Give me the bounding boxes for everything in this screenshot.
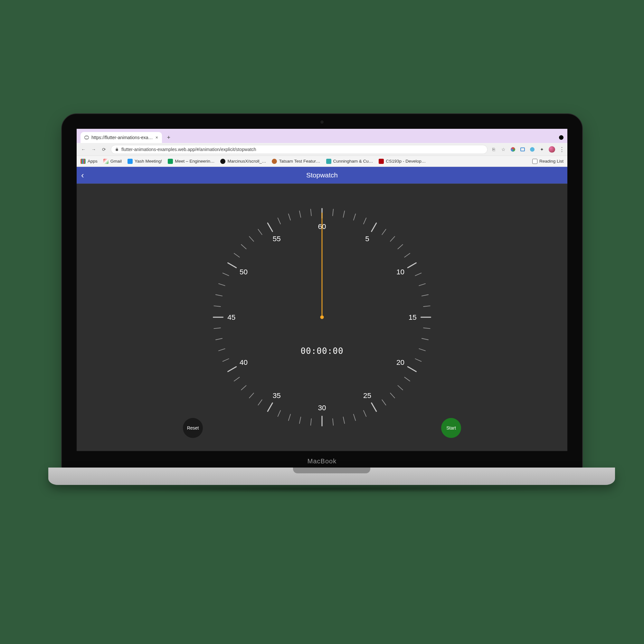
bookmark-tatsam[interactable]: Tatsam Test Featur… [272,159,320,164]
minor-tick [404,253,410,257]
minor-tick [354,214,355,220]
laptop-lid: https://flutter-animations-exa… × + ← → … [61,113,583,471]
major-tick [268,403,272,411]
clock-number: 30 [318,404,326,412]
minor-tick [216,338,222,340]
major-tick [372,403,376,411]
major-tick [372,223,376,232]
major-tick [408,367,416,372]
minor-tick [423,328,430,328]
reading-list-icon [532,159,537,164]
ext-blue-icon[interactable] [529,147,535,152]
url-text: flutter-animations-examples.web.app/#/an… [121,147,256,152]
new-tab-button[interactable]: + [165,133,173,142]
chrome-tabbar: https://flutter-animations-exa… × + [77,129,567,143]
shadow [48,485,596,493]
github-icon [220,159,225,164]
bookmark-marcinus[interactable]: MarcinusX/scroll_… [220,159,266,164]
clock-number: 5 [365,235,369,243]
minor-tick [234,377,240,381]
reset-button[interactable]: Reset [183,418,203,438]
minor-tick [333,209,333,216]
ext-color-icon[interactable] [510,147,516,152]
minor-tick [415,273,421,276]
minor-tick [343,211,345,217]
minor-tick [216,295,222,296]
minor-tick [299,211,301,217]
extensions-icon[interactable]: ✦ [539,147,545,152]
minor-tick [214,328,221,328]
minor-tick [299,417,301,423]
bookmark-meet[interactable]: Meet – Engineerin… [168,159,214,164]
major-tick [408,263,416,268]
stopwatch-body: 51015202530354045505560 00:00:00 Reset S… [77,184,567,451]
macbook-label: MacBook [308,458,336,465]
minor-tick [364,411,366,417]
gmail-icon [103,159,109,164]
cunningham-icon [326,159,331,164]
app-bar: ‹ Stopwatch [77,167,567,184]
stanford-icon [379,159,384,164]
minor-tick [422,295,428,296]
tab-title: https://flutter-animations-exa… [91,135,153,140]
laptop-deck [48,468,615,485]
clock-number: 25 [363,392,371,400]
minor-tick [249,236,254,241]
bookmarks-bar: Apps Gmail Yash Meeting! Meet – Eng [77,156,567,167]
forward-button[interactable]: → [90,147,97,152]
reload-button[interactable]: ⟳ [100,147,108,152]
profile-avatar[interactable] [549,146,555,153]
screen: https://flutter-animations-exa… × + ← → … [77,129,567,451]
bookmark-yash[interactable]: Yash Meeting! [128,159,162,164]
address-bar[interactable]: flutter-animations-examples.web.app/#/an… [111,145,488,154]
major-tick [228,367,236,372]
globe-icon [84,135,89,140]
clock-number: 55 [273,235,281,243]
back-icon[interactable]: ‹ [81,170,84,180]
clock-number: 50 [240,268,248,276]
minor-tick [258,229,262,235]
back-button[interactable]: ← [80,147,87,152]
minor-tick [343,417,345,423]
ext-rect-icon[interactable] [520,147,526,152]
elapsed-time: 00:00:00 [300,346,343,356]
minor-tick [333,419,333,425]
minor-tick [289,214,290,220]
laptop-frame: https://flutter-animations-exa… × + ← → … [48,113,596,493]
tabbar-status-dot [559,135,563,140]
minor-tick [223,359,229,361]
minor-tick [311,419,311,425]
bookmark-apps[interactable]: Apps [81,159,98,164]
bookmark-cunningham[interactable]: Cunningham & Cu… [326,159,373,164]
minor-tick [241,385,246,390]
minor-tick [398,244,403,249]
minor-tick [223,273,229,276]
minor-tick [249,393,254,398]
bookmark-gmail[interactable]: Gmail [103,159,122,164]
clock-number: 40 [240,358,248,366]
close-tab-icon[interactable]: × [156,135,158,140]
minor-tick [390,393,395,398]
apps-icon [81,159,86,164]
minor-tick [382,229,386,235]
minor-tick [415,359,421,361]
minor-tick [241,244,246,249]
lock-icon [115,147,119,151]
clock-number: 35 [273,392,281,400]
stopwatch-face: 51015202530354045505560 00:00:00 [201,196,443,438]
major-tick [228,263,236,268]
minor-tick [398,385,403,390]
chrome-menu-button[interactable]: ⋮ [559,146,564,153]
minor-tick [234,253,240,257]
start-button[interactable]: Start [441,418,461,438]
browser-tab[interactable]: https://flutter-animations-exa… × [81,132,162,143]
clock-number: 10 [396,268,404,276]
meet-icon [168,159,173,164]
bookmark-reading-list[interactable]: Reading List [532,159,563,164]
minor-tick [219,349,225,351]
bookmark-cs193p[interactable]: CS193p - Develop… [379,159,426,164]
minor-tick [422,338,428,340]
minor-tick [419,284,425,286]
share-icon[interactable]: ⎘ [491,147,497,152]
star-icon[interactable]: ☆ [500,147,506,152]
